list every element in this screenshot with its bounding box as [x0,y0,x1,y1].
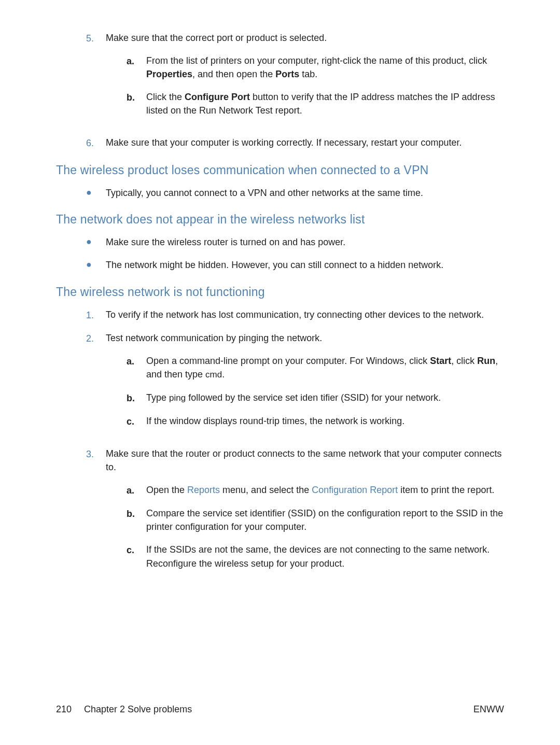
bold-run: Run [477,356,495,366]
step-list-continued: 5. Make sure that the correct port or pr… [56,31,504,150]
text: Type [146,392,169,403]
step-6-marker: 6. [86,136,106,150]
func-step-2-substeps: a. Open a command-line prompt on your co… [106,354,504,428]
bullet-icon: ● [86,186,106,199]
text: From the list of printers on your comput… [146,55,487,66]
func-step-3b: b. Compare the service set identifier (S… [127,507,504,533]
text: menu, and select the [220,485,312,495]
text: Make sure that the router or product con… [106,448,501,472]
step-marker: a. [127,354,146,368]
mono-cmd: cmd [205,370,222,379]
text: , click [451,356,477,366]
text: Open the [146,485,187,495]
list-item: ● Make sure the wireless router is turne… [86,235,504,249]
footer-right: ENWW [473,702,504,716]
text: Typically, you cannot connect to a VPN a… [106,188,423,198]
func-step-list: 1. To verify if the network has lost com… [56,308,504,580]
func-step-2: 2. Test network communication by pinging… [86,331,504,438]
func-step-2c: c. If the window displays round-trip tim… [127,414,504,428]
step-marker: 1. [86,308,106,322]
step-5a: a. From the list of printers on your com… [127,54,504,81]
step-5-text: Make sure that the correct port or produ… [106,33,327,43]
step-6-text: Make sure that your computer is working … [106,137,462,148]
heading-not-functioning: The wireless network is not functioning [56,284,504,301]
chapter-label: Chapter 2 Solve problems [84,702,192,716]
text: , and then open the [192,69,275,79]
link-reports: Reports [187,485,220,495]
text: Test network communication by pinging th… [106,333,322,343]
vpn-bullet-list: ● Typically, you cannot connect to a VPN… [56,186,504,200]
step-marker: 3. [86,447,106,461]
text: Make sure the wireless router is turned … [106,237,345,247]
step-5-substeps: a. From the list of printers on your com… [106,54,504,117]
page-number: 210 [56,702,72,716]
step-marker: c. [127,414,146,428]
text: If the window displays round-trip times,… [146,416,404,426]
text: The network might be hidden. However, yo… [106,260,443,270]
step-5-marker: 5. [86,31,106,45]
text: Open a command-line prompt on your compu… [146,356,430,366]
network-list-bullets: ● Make sure the wireless router is turne… [56,235,504,272]
step-marker: c. [127,543,146,557]
step-marker: b. [127,391,146,405]
page-footer: 210 Chapter 2 Solve problems ENWW [0,702,560,716]
text: item to print the report. [398,485,494,495]
step-5b: b. Click the Configure Port button to ve… [127,90,504,117]
step-marker: b. [127,507,146,521]
func-step-2b: b. Type ping followed by the service set… [127,391,504,405]
step-6: 6. Make sure that your computer is worki… [86,136,504,150]
step-marker: a. [127,483,146,497]
step-5a-marker: a. [127,54,146,68]
func-step-3: 3. Make sure that the router or product … [86,447,504,580]
bold-configure-port: Configure Port [185,92,250,102]
func-step-1: 1. To verify if the network has lost com… [86,308,504,322]
text: . [222,369,225,379]
step-marker: 2. [86,331,106,345]
list-item: ● The network might be hidden. However, … [86,258,504,272]
heading-network-list: The network does not appear in the wirel… [56,211,504,228]
text: tab. [299,69,317,79]
text: To verify if the network has lost commun… [106,310,484,320]
mono-ping: ping [169,393,186,403]
text: Compare the service set identifier (SSID… [146,508,503,532]
bold-start: Start [430,356,451,366]
bold-properties: Properties [146,69,192,79]
heading-vpn: The wireless product loses communication… [56,162,504,179]
step-5b-marker: b. [127,90,146,104]
step-5: 5. Make sure that the correct port or pr… [86,31,504,126]
func-step-3-substeps: a. Open the Reports menu, and select the… [106,483,504,570]
bullet-icon: ● [86,258,106,271]
link-configuration-report: Configuration Report [312,485,398,495]
list-item: ● Typically, you cannot connect to a VPN… [86,186,504,200]
text: Click the [146,92,185,102]
bullet-icon: ● [86,235,106,248]
func-step-3a: a. Open the Reports menu, and select the… [127,483,504,497]
text: If the SSIDs are not the same, the devic… [146,544,489,568]
text: followed by the service set iden tifier … [186,392,441,403]
func-step-3c: c. If the SSIDs are not the same, the de… [127,543,504,570]
bold-ports: Ports [275,69,299,79]
func-step-2a: a. Open a command-line prompt on your co… [127,354,504,382]
